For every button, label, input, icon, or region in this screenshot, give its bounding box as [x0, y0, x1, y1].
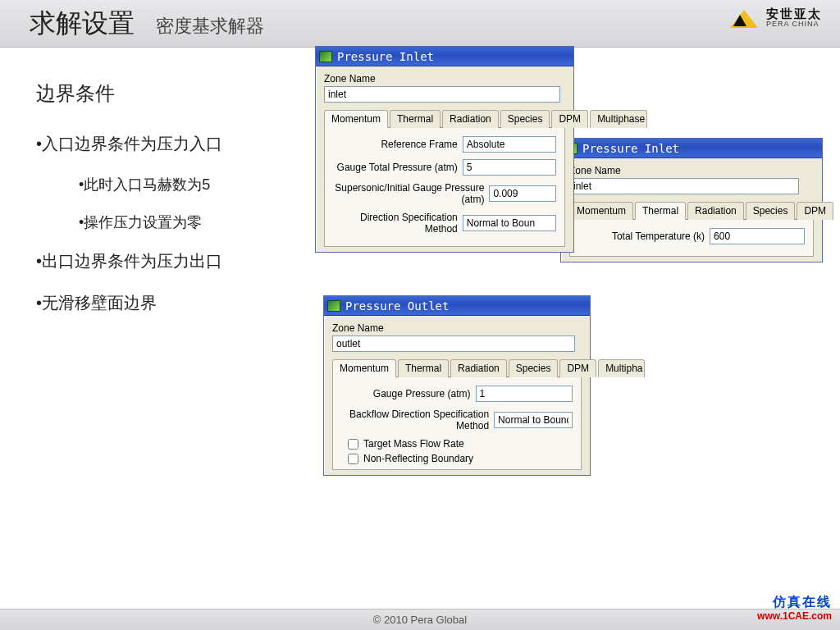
watermark-url: www.1CAE.com — [757, 610, 832, 623]
bullet-op-pressure: •操作压力设置为零 — [79, 212, 307, 232]
gauge-pressure-input[interactable] — [476, 386, 573, 402]
tab-momentum[interactable]: Momentum — [332, 359, 396, 377]
slide-header: 求解设置 密度基求解器 安世亚太 PERA CHINA — [0, 0, 840, 48]
reference-frame-input[interactable] — [463, 136, 556, 153]
dialog-titlebar[interactable]: Pressure Inlet — [316, 47, 573, 66]
watermark-cn: 仿真在线 — [757, 594, 832, 611]
supersonic-pressure-label: Supersonic/Initial Gauge Pressure (atm) — [333, 182, 489, 205]
gauge-total-pressure-input[interactable] — [463, 159, 556, 176]
tab-species[interactable]: Species — [509, 359, 559, 377]
tab-radiation[interactable]: Radiation — [450, 359, 507, 377]
tab-species[interactable]: Species — [746, 202, 796, 220]
gauge-pressure-label: Gauge Pressure (atm) — [341, 388, 476, 399]
logo: 安世亚太 PERA CHINA — [730, 7, 822, 30]
dialog-pressure-inlet-thermal: Pressure Inlet Zone Name Momentum Therma… — [560, 138, 823, 262]
bullets: 边界条件 •入口边界条件为压力入口 •此时入口马赫数为5 •操作压力设置为零 •… — [36, 80, 307, 314]
gauge-total-pressure-label: Gauge Total Pressure (atm) — [333, 162, 463, 173]
zone-name-input[interactable] — [569, 178, 799, 194]
dialog-pressure-inlet-momentum: Pressure Inlet Zone Name Momentum Therma… — [315, 46, 574, 253]
slide-subtitle: 密度基求解器 — [156, 14, 264, 42]
slide-title: 求解设置 — [30, 6, 135, 42]
tab-multiphase[interactable]: Multipha — [598, 359, 645, 377]
content: 边界条件 •入口边界条件为压力入口 •此时入口马赫数为5 •操作压力设置为零 •… — [0, 48, 840, 581]
tab-thermal[interactable]: Thermal — [398, 359, 449, 377]
tabs: Momentum Thermal Radiation Species DPM — [569, 201, 814, 220]
tab-dpm[interactable]: DPM — [797, 202, 833, 220]
tab-dpm[interactable]: DPM — [551, 110, 588, 128]
reference-frame-label: Reference Frame — [333, 139, 463, 150]
bullet-outlet: •出口边界条件为压力出口 — [36, 250, 307, 272]
backflow-direction-input[interactable] — [494, 412, 573, 428]
bullets-heading: 边界条件 — [36, 80, 307, 107]
app-icon — [319, 51, 332, 62]
direction-method-label: Direction Specification Method — [333, 212, 463, 235]
tab-momentum[interactable]: Momentum — [569, 202, 633, 220]
dialog-title: Pressure Outlet — [345, 299, 449, 313]
dialog-title: Pressure Inlet — [337, 50, 434, 63]
tab-radiation[interactable]: Radiation — [442, 110, 499, 128]
tab-dpm[interactable]: DPM — [559, 359, 596, 377]
tabs: Momentum Thermal Radiation Species DPM M… — [332, 358, 582, 377]
dialog-pressure-outlet: Pressure Outlet Zone Name Momentum Therm… — [323, 295, 591, 476]
logo-icon — [730, 7, 758, 30]
footer-text: © 2010 Pera Global — [373, 614, 467, 626]
backflow-direction-label: Backflow Direction Specification Method — [341, 409, 494, 431]
tab-thermal[interactable]: Thermal — [635, 202, 686, 220]
total-temperature-label: Total Temperature (k) — [578, 231, 710, 242]
tab-thermal[interactable]: Thermal — [390, 110, 441, 128]
zone-name-label: Zone Name — [332, 322, 582, 334]
bullet-mach: •此时入口马赫数为5 — [79, 175, 307, 194]
zone-name-label: Zone Name — [569, 165, 814, 176]
zone-name-input[interactable] — [332, 336, 575, 352]
bullet-inlet: •入口边界条件为压力入口 — [36, 133, 307, 155]
dialog-title: Pressure Inlet — [582, 142, 679, 155]
logo-en: PERA CHINA — [766, 20, 822, 29]
logo-cn: 安世亚太 — [766, 7, 822, 20]
tab-radiation[interactable]: Radiation — [687, 202, 744, 220]
zone-name-input[interactable] — [324, 86, 560, 103]
tabs: Momentum Thermal Radiation Species DPM M… — [324, 109, 565, 128]
direction-method-input[interactable] — [463, 215, 556, 231]
non-reflecting-checkbox[interactable] — [348, 454, 358, 464]
target-mass-flow-label: Target Mass Flow Rate — [363, 438, 464, 450]
total-temperature-input[interactable] — [710, 228, 805, 244]
dialog-titlebar[interactable]: Pressure Outlet — [324, 296, 590, 316]
tab-multiphase[interactable]: Multiphase — [590, 110, 647, 128]
target-mass-flow-checkbox[interactable] — [348, 439, 358, 450]
tab-species[interactable]: Species — [500, 110, 550, 128]
dialog-titlebar[interactable]: Pressure Inlet — [561, 139, 822, 158]
zone-name-label: Zone Name — [324, 73, 565, 84]
supersonic-pressure-input[interactable] — [489, 185, 556, 202]
footer: © 2010 Pera Global — [0, 609, 840, 630]
non-reflecting-label: Non-Reflecting Boundary — [363, 453, 473, 464]
bullet-wall: •无滑移壁面边界 — [36, 292, 307, 314]
watermark-corner: 仿真在线 www.1CAE.com — [757, 594, 832, 623]
tab-momentum[interactable]: Momentum — [324, 110, 388, 128]
app-icon — [327, 300, 340, 312]
